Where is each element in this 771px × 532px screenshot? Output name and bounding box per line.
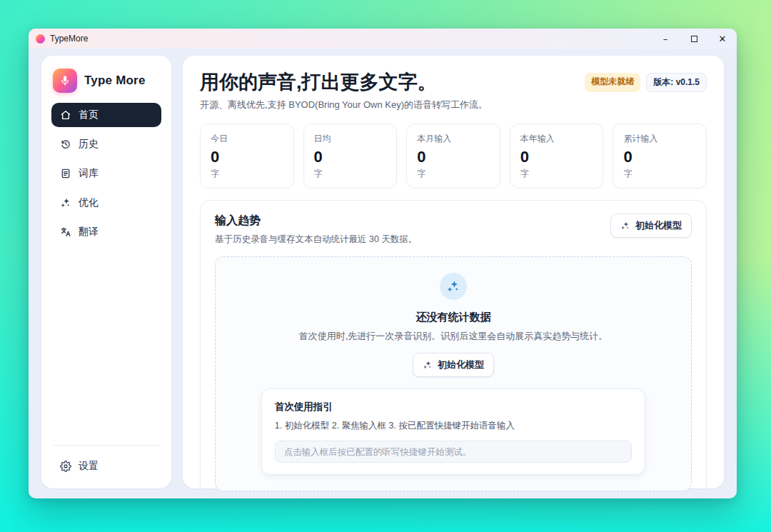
main-panel: 用你的声音,打出更多文字。 开源、离线优先,支持 BYOD(Bring Your…	[183, 56, 724, 488]
translate-icon	[60, 226, 71, 238]
sidebar-item-home[interactable]: 首页	[51, 103, 161, 127]
version-badge: 版本: v0.1.5	[646, 73, 707, 92]
guide-steps: 1. 初始化模型 2. 聚焦输入框 3. 按已配置快捷键开始语音输入	[275, 420, 632, 432]
stat-label: 日均	[314, 133, 387, 145]
model-status-badge: 模型未就绪	[585, 73, 640, 92]
sparkles-icon	[620, 221, 630, 231]
main-header-text: 用你的声音,打出更多文字。 开源、离线优先,支持 BYOD(Bring Your…	[200, 71, 488, 111]
stat-value: 0	[417, 149, 490, 166]
gear-icon	[60, 461, 71, 472]
sidebar-item-optimize[interactable]: 优化	[51, 191, 161, 215]
stat-card-year: 本年输入 0 字	[510, 124, 604, 189]
sidebar-spacer	[51, 244, 161, 438]
maximize-button[interactable]	[680, 29, 708, 49]
stat-unit: 字	[520, 168, 593, 180]
home-icon	[60, 109, 71, 121]
stat-value: 0	[211, 149, 283, 166]
trend-header-text: 输入趋势 基于历史录音与缓存文本自动统计最近 30 天数据。	[215, 214, 417, 246]
titlebar: TypeMore – ✕	[29, 29, 737, 49]
close-button[interactable]: ✕	[708, 29, 737, 49]
sidebar-item-label: 优化	[79, 196, 99, 209]
sidebar-item-settings[interactable]: 设置	[51, 454, 161, 478]
stat-unit: 字	[314, 168, 387, 180]
stat-unit: 字	[417, 168, 490, 180]
trend-header: 输入趋势 基于历史录音与缓存文本自动统计最近 30 天数据。	[215, 214, 692, 246]
sidebar-item-translate[interactable]: 翻译	[51, 220, 161, 244]
empty-state-description: 首次使用时,先进行一次录音识别。识别后这里会自动展示真实趋势与统计。	[299, 330, 608, 343]
sidebar-item-history[interactable]: 历史	[51, 132, 161, 156]
stat-unit: 字	[623, 168, 696, 180]
maximize-icon	[691, 36, 697, 42]
sidebar-item-label: 首页	[79, 109, 99, 121]
sidebar-divider	[53, 445, 160, 446]
window-controls: – ✕	[651, 29, 737, 49]
stat-unit: 字	[211, 168, 283, 180]
stat-card-daily-average: 日均 0 字	[303, 124, 398, 189]
app-icon	[36, 34, 45, 44]
main-header: 用你的声音,打出更多文字。 开源、离线优先,支持 BYOD(Bring Your…	[200, 71, 707, 111]
sidebar-item-lexicon[interactable]: 词库	[51, 161, 161, 186]
guide-title: 首次使用指引	[275, 401, 632, 413]
header-badges: 模型未就绪 版本: v0.1.5	[585, 73, 707, 92]
sidebar-item-label: 设置	[79, 460, 99, 473]
init-model-button-label: 初始化模型	[635, 219, 682, 232]
sparkles-icon	[423, 360, 433, 370]
app-logo-mic-icon	[53, 69, 77, 93]
dictation-test-input[interactable]	[275, 441, 632, 463]
stat-value: 0	[520, 149, 593, 166]
desktop-background: TypeMore – ✕ Type More	[0, 0, 771, 532]
stat-card-total: 累计输入 0 字	[613, 124, 707, 189]
trend-subtitle: 基于历史录音与缓存文本自动统计最近 30 天数据。	[215, 234, 417, 246]
page-title: 用你的声音,打出更多文字。	[200, 71, 488, 94]
empty-state-title: 还没有统计数据	[416, 311, 491, 324]
history-icon	[60, 139, 71, 150]
sidebar-item-label: 翻译	[79, 226, 99, 239]
trend-section: 输入趋势 基于历史录音与缓存文本自动统计最近 30 天数据。	[200, 200, 707, 498]
trend-empty-state: 还没有统计数据 首次使用时,先进行一次录音识别。识别后这里会自动展示真实趋势与统…	[215, 256, 692, 491]
init-model-button[interactable]: 初始化模型	[413, 353, 494, 377]
brand-name: Type More	[84, 74, 146, 88]
init-model-button-label: 初始化模型	[438, 358, 484, 371]
sparkles-icon	[60, 197, 71, 209]
window-content: Type More 首页	[29, 49, 737, 498]
stat-label: 今日	[211, 133, 283, 145]
sidebar: Type More 首页	[41, 56, 171, 488]
stat-value: 0	[623, 149, 696, 166]
lexicon-icon	[60, 168, 71, 179]
stat-card-month: 本月输入 0 字	[406, 124, 500, 189]
trend-title: 输入趋势	[215, 214, 417, 229]
init-model-button[interactable]: 初始化模型	[610, 214, 692, 238]
stat-label: 本月输入	[417, 133, 490, 145]
sidebar-item-label: 词库	[79, 167, 99, 180]
window-title: TypeMore	[50, 34, 651, 44]
first-use-guide-card: 首次使用指引 1. 初始化模型 2. 聚焦输入框 3. 按已配置快捷键开始语音输…	[261, 388, 645, 475]
minimize-button[interactable]: –	[651, 29, 680, 49]
brand: Type More	[51, 67, 161, 103]
sidebar-item-label: 历史	[79, 138, 99, 151]
stat-label: 本年输入	[520, 133, 593, 145]
stat-card-today: 今日 0 字	[200, 124, 294, 189]
stat-label: 累计输入	[623, 133, 696, 145]
app-window: TypeMore – ✕ Type More	[29, 29, 737, 498]
page-subtitle: 开源、离线优先,支持 BYOD(Bring Your Own Key)的语音转写…	[200, 99, 488, 111]
stat-value: 0	[314, 149, 387, 166]
sparkles-icon	[440, 273, 467, 300]
stats-row: 今日 0 字 日均 0 字 本月输入 0 字 本年输	[200, 124, 707, 189]
sidebar-nav: 首页 历史	[51, 103, 161, 244]
